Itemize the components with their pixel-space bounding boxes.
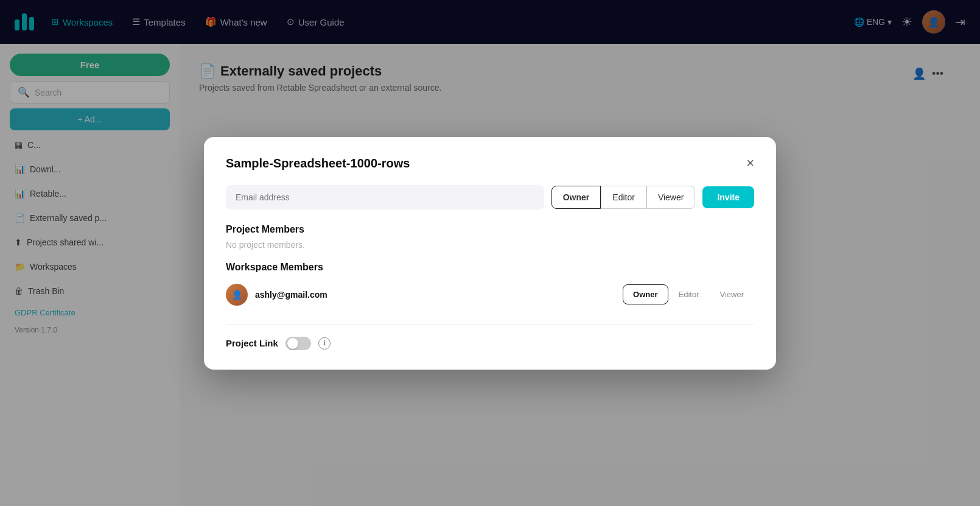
project-link-toggle[interactable] bbox=[285, 337, 311, 350]
toggle-knob bbox=[287, 338, 298, 349]
member-row: 👤 ashly@gmail.com Owner Editor Viewer bbox=[226, 278, 754, 312]
role-viewer-button[interactable]: Viewer bbox=[646, 186, 696, 209]
modal-close-button[interactable]: × bbox=[746, 156, 754, 170]
role-owner-button[interactable]: Owner bbox=[551, 186, 601, 209]
member-email: ashly@gmail.com bbox=[255, 290, 615, 300]
member-role-buttons: Owner Editor Viewer bbox=[623, 284, 754, 304]
project-link-label: Project Link bbox=[226, 338, 278, 348]
member-role-viewer-button[interactable]: Viewer bbox=[709, 284, 754, 304]
no-members-label: No project members. bbox=[226, 240, 754, 250]
member-role-editor-button[interactable]: Editor bbox=[668, 284, 710, 304]
invite-role-buttons: Owner Editor Viewer bbox=[551, 186, 696, 209]
email-input[interactable] bbox=[226, 185, 544, 209]
modal-header: Sample-Spreadsheet-1000-rows × bbox=[226, 156, 754, 170]
role-editor-button[interactable]: Editor bbox=[601, 186, 646, 209]
share-modal: Sample-Spreadsheet-1000-rows × Owner Edi… bbox=[204, 137, 776, 370]
member-role-owner-button[interactable]: Owner bbox=[623, 284, 668, 304]
invite-row: Owner Editor Viewer Invite bbox=[226, 185, 754, 209]
member-avatar: 👤 bbox=[226, 284, 248, 306]
invite-button[interactable]: Invite bbox=[702, 186, 754, 208]
modal-title: Sample-Spreadsheet-1000-rows bbox=[226, 156, 410, 170]
toggle-background bbox=[285, 337, 311, 350]
info-icon[interactable]: ℹ bbox=[318, 337, 331, 350]
avatar-initials: 👤 bbox=[232, 290, 242, 300]
workspace-members-title: Workspace Members bbox=[226, 262, 754, 273]
modal-footer: Project Link ℹ bbox=[226, 324, 754, 350]
project-members-title: Project Members bbox=[226, 224, 754, 235]
modal-overlay: Sample-Spreadsheet-1000-rows × Owner Edi… bbox=[0, 0, 980, 506]
